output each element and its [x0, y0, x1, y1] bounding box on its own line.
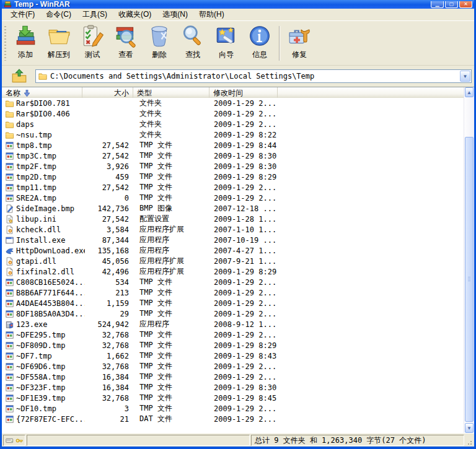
table-row[interactable]: C808CB16E5024...534TMP 文件2009-1-29 2...: [2, 277, 464, 287]
file-size: 524,942: [85, 320, 131, 329]
file-date: 2009-1-29 8:30: [209, 383, 464, 392]
table-row[interactable]: ~DF69D6.tmp32,768TMP 文件2009-1-29 2...: [2, 361, 464, 372]
info-button[interactable]: 信息: [243, 22, 276, 64]
folder-icon: [5, 120, 14, 129]
menu-item-help[interactable]: 帮助(H): [194, 8, 229, 21]
view-button[interactable]: 查看: [109, 22, 143, 64]
toolbar-grip[interactable]: [4, 26, 6, 61]
table-row[interactable]: fixfinal2.dll42,496应用程序扩展2009-1-29 8:29: [2, 266, 464, 277]
table-row[interactable]: ~DF809D.tmp32,768TMP 文件2009-1-29 8:29: [2, 340, 464, 351]
table-row[interactable]: ~DF558A.tmp16,384TMP 文件2009-1-29 2...: [2, 372, 464, 382]
file-type: TMP 文件: [131, 140, 209, 150]
table-row[interactable]: ~DF7.tmp1,662TMP 文件2009-1-29 8:43: [2, 351, 464, 361]
file-type: TMP 文件: [131, 161, 209, 172]
titlebar[interactable]: Temp - WinRAR ▁ ▢ ✕: [2, 0, 474, 9]
up-folder-button[interactable]: [11, 68, 27, 84]
menu-item-favorites[interactable]: 收藏夹(O): [113, 8, 156, 21]
file-name: ~DF69D6.tmp: [16, 362, 65, 371]
column-header-type[interactable]: 类型: [133, 87, 209, 98]
scroll-down-icon[interactable]: ▼: [465, 423, 474, 433]
menu-item-file[interactable]: 文件(F): [6, 8, 40, 21]
table-row[interactable]: libup.ini27,542配置设置2009-1-28 1...: [2, 214, 464, 224]
disk-icon[interactable]: [6, 437, 14, 445]
scroll-up-icon[interactable]: ▲: [465, 87, 474, 97]
file-name: SRE2A.tmp: [16, 194, 56, 203]
file-type: 应用程序: [131, 245, 209, 256]
folder-icon: [5, 110, 14, 118]
wizard-button[interactable]: 向导: [209, 22, 243, 64]
address-combobox[interactable]: C:\Documents and Settings\Administrator\…: [35, 69, 472, 83]
test-button[interactable]: 测试: [76, 22, 109, 64]
table-row[interactable]: B8B6AF771F644...213TMP 文件2009-1-29 2...: [2, 287, 464, 298]
table-row[interactable]: {72F87E7C-EFC...21DAT 文件2009-1-29 2...: [2, 414, 464, 424]
table-row[interactable]: 123.exe524,942应用程序2008-9-12 1...: [2, 319, 464, 329]
delete-button[interactable]: 删除: [143, 22, 176, 64]
file-name: ~DF1E39.tmp: [16, 394, 65, 403]
file-type: 文件夹: [131, 129, 209, 140]
address-path[interactable]: C:\Documents and Settings\Administrator\…: [50, 72, 459, 81]
scrollbar-thumb[interactable]: [465, 137, 474, 422]
table-row[interactable]: tmp2D.tmp459TMP 文件2009-1-29 8:29: [2, 172, 464, 182]
minimize-button[interactable]: ▁: [431, 1, 444, 8]
table-row[interactable]: gtapi.dll45,056应用程序扩展2007-9-21 1...: [2, 256, 464, 266]
menu-item-options[interactable]: 选项(N): [157, 8, 193, 21]
repair-button[interactable]: 修复: [283, 22, 316, 64]
table-row[interactable]: daps文件夹2009-1-29 2...: [2, 119, 464, 129]
table-row[interactable]: HttpDownLoad.exe135,168应用程序2007-4-27 1..…: [2, 245, 464, 256]
add-button[interactable]: 添加: [9, 22, 42, 64]
file-name: tmp3C.tmp: [16, 152, 56, 160]
find-button[interactable]: 查找: [176, 22, 209, 64]
table-row[interactable]: Rar$DIO0.406文件夹2009-1-29 2...: [2, 108, 464, 119]
table-row[interactable]: 8DF18B5A0A3D4...29TMP 文件2009-1-29 2...: [2, 308, 464, 319]
menu-item-tools[interactable]: 工具(S): [77, 8, 112, 21]
close-button[interactable]: ✕: [459, 1, 472, 8]
resize-grip[interactable]: [465, 435, 473, 446]
maximize-button[interactable]: ▢: [445, 1, 458, 8]
file-name: tmp8.tmp: [16, 141, 52, 150]
table-row[interactable]: tmp3C.tmp27,542TMP 文件2009-1-29 8:30: [2, 150, 464, 161]
bmp-icon: [5, 204, 14, 213]
table-row[interactable]: SideImage.bmp142,736BMP 图像2007-12-18 ...: [2, 203, 464, 214]
file-name: Rar$DIO0.781: [16, 99, 70, 108]
exe-box-icon: [5, 320, 14, 329]
file-name-cell: Install.exe: [2, 236, 85, 245]
address-dropdown-button[interactable]: ▼: [460, 71, 470, 82]
file-size: 27,542: [85, 152, 131, 160]
file-name-cell: libup.ini: [2, 215, 85, 224]
file-name: ~DFE295.tmp: [16, 331, 65, 339]
table-row[interactable]: Rar$DIO0.781文件夹2009-1-29 2...: [2, 98, 464, 108]
table-row[interactable]: tmp11.tmp27,542TMP 文件2009-1-29 2...: [2, 182, 464, 193]
table-row[interactable]: kcheck.dll3,584应用程序扩展2007-1-10 1...: [2, 224, 464, 235]
file-date: 2009-1-29 2...: [209, 110, 464, 118]
column-header-date[interactable]: 修改时间: [209, 87, 278, 98]
table-row[interactable]: ~DF10.tmp3TMP 文件2009-1-29 2...: [2, 403, 464, 414]
file-date: 2009-1-29 8:43: [209, 352, 464, 360]
table-row[interactable]: Install.exe87,344应用程序2007-10-19 ...: [2, 235, 464, 245]
key-icon[interactable]: [15, 437, 24, 445]
table-row[interactable]: SRE2A.tmp0TMP 文件2009-1-29 2...: [2, 193, 464, 203]
column-header-name[interactable]: 名称: [2, 87, 82, 98]
vertical-scrollbar[interactable]: ▲ ▼: [464, 87, 474, 433]
table-row[interactable]: ~DFE295.tmp32,768TMP 文件2009-1-29 2...: [2, 329, 464, 340]
extract-to-button[interactable]: 解压到: [42, 22, 76, 64]
file-size: 32,768: [85, 362, 131, 371]
file-name-cell: SRE2A.tmp: [2, 194, 85, 203]
toolbar-separator: [279, 26, 280, 61]
table-row[interactable]: ~DF323F.tmp16,384TMP 文件2009-1-29 8:30: [2, 382, 464, 393]
table-row[interactable]: tmp2F.tmp3,926TMP 文件2009-1-29 8:30: [2, 161, 464, 172]
table-row[interactable]: A4DAE4453B804...1,159TMP 文件2009-1-29 2..…: [2, 298, 464, 308]
file-size: 27,542: [85, 215, 131, 224]
table-row[interactable]: ~nsu.tmp文件夹2009-1-29 8:22: [2, 129, 464, 140]
file-size: 3: [85, 404, 131, 413]
file-date: 2009-1-29 2...: [209, 99, 464, 108]
file-size: 1,662: [85, 352, 131, 360]
table-row[interactable]: ~DF1E39.tmp32,768TMP 文件2009-1-29 8:45: [2, 393, 464, 403]
file-type: 应用程序: [131, 235, 209, 245]
table-row[interactable]: tmp8.tmp27,542TMP 文件2009-1-29 8:44: [2, 140, 464, 150]
file-name: Install.exe: [16, 236, 65, 245]
file-name: 123.exe: [16, 320, 48, 329]
column-header-size[interactable]: 大小: [82, 87, 133, 98]
tmp-icon: [5, 362, 14, 371]
menu-item-commands[interactable]: 命令(C): [41, 8, 76, 21]
file-name-cell: tmp3C.tmp: [2, 152, 85, 160]
